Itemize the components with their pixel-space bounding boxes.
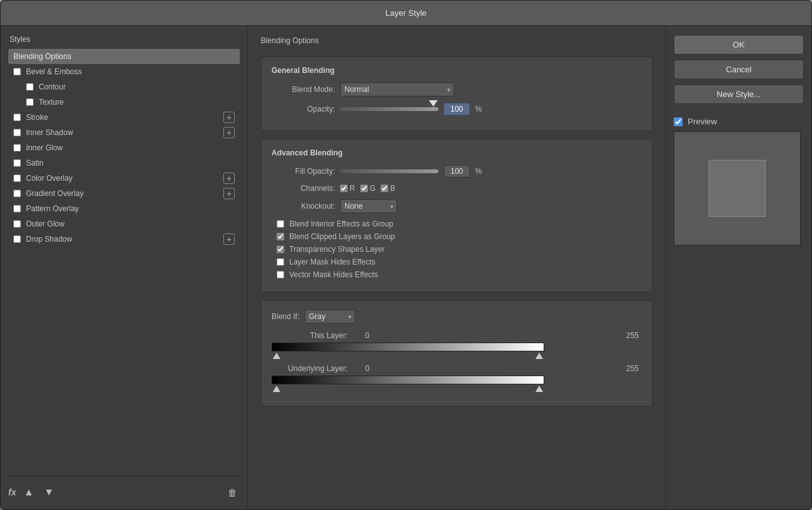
blend-mode-select[interactable]: Normal Dissolve Multiply Screen Overlay … [340, 82, 454, 96]
preview-section: Preview [674, 117, 804, 245]
channel-b-checkbox[interactable] [381, 185, 388, 192]
this-layer-label: This Layer: [272, 331, 348, 340]
bevel-emboss-label: Bevel & Emboss [26, 67, 82, 76]
this-layer-max: 255 [623, 331, 642, 340]
blend-if-row: Blend If: Gray Red Green Blue [272, 310, 642, 324]
gradient-overlay-checkbox[interactable] [13, 190, 21, 197]
channel-g-checkbox[interactable] [360, 185, 368, 192]
main-panel: Blending Options General Blending Blend … [248, 26, 665, 509]
this-layer-left-handle[interactable] [273, 353, 280, 359]
sidebar-item-inner-shadow[interactable]: Inner Shadow + [8, 125, 240, 140]
color-overlay-plus-button[interactable]: + [223, 173, 235, 184]
transparency-shapes-label: Transparency Shapes Layer [289, 245, 384, 254]
contour-checkbox[interactable] [26, 83, 34, 91]
channels-row: Channels: R G B [272, 184, 642, 193]
drop-shadow-label: Drop Shadow [26, 235, 72, 244]
sidebar-item-stroke[interactable]: Stroke + [8, 110, 240, 125]
stroke-plus-button[interactable]: + [223, 112, 235, 123]
color-overlay-checkbox[interactable] [13, 174, 21, 182]
transparency-shapes-row: Transparency Shapes Layer [272, 245, 642, 254]
channel-g: G [360, 184, 376, 193]
sidebar-item-bevel-emboss[interactable]: Bevel & Emboss [8, 64, 240, 79]
pattern-overlay-checkbox[interactable] [13, 205, 21, 213]
drop-shadow-checkbox[interactable] [13, 235, 21, 243]
inner-shadow-checkbox[interactable] [13, 129, 21, 136]
sidebar-item-outer-glow[interactable]: Outer Glow [8, 216, 240, 232]
drop-shadow-plus-button[interactable]: + [223, 233, 235, 245]
opacity-slider[interactable] [340, 107, 438, 111]
underlying-layer-left-handle[interactable] [273, 386, 280, 392]
sidebar-item-blending-options[interactable]: Blending Options [8, 49, 240, 64]
knockout-row: Knockout: None Shallow Deep [272, 199, 642, 213]
transparency-shapes-checkbox[interactable] [277, 245, 284, 253]
blend-if-select-wrapper: Gray Red Green Blue [304, 310, 355, 324]
texture-label: Texture [39, 98, 63, 107]
inner-glow-checkbox[interactable] [13, 144, 21, 152]
fill-opacity-input[interactable] [443, 165, 470, 178]
sidebar-item-texture[interactable]: Texture [8, 95, 240, 110]
fill-opacity-slider[interactable] [340, 169, 438, 173]
general-blending-section: General Blending Blend Mode: Normal Diss… [261, 56, 653, 131]
inner-glow-label: Inner Glow [26, 143, 63, 152]
blend-if-label: Blend If: [272, 312, 299, 321]
preview-checkbox[interactable] [674, 117, 683, 126]
blend-interior-checkbox[interactable] [277, 220, 284, 228]
delete-style-button[interactable]: 🗑 [225, 485, 240, 500]
this-layer-min: 0 [358, 331, 377, 340]
bottom-bar: fx ▲ ▼ 🗑 [8, 476, 240, 500]
underlying-layer-right-handle[interactable] [535, 386, 543, 392]
left-panel: Styles Blending Options Bevel & Emboss C… [1, 26, 248, 509]
channel-b: B [381, 184, 395, 193]
satin-checkbox[interactable] [13, 159, 21, 167]
opacity-input[interactable] [443, 103, 470, 115]
this-layer-right-handle[interactable] [535, 353, 543, 359]
sidebar-item-inner-glow[interactable]: Inner Glow [8, 140, 240, 155]
blend-clipped-checkbox[interactable] [277, 233, 284, 240]
opacity-slider-thumb[interactable] [429, 100, 438, 107]
sidebar-item-gradient-overlay[interactable]: Gradient Overlay + [8, 186, 240, 201]
ok-button[interactable]: OK [674, 35, 804, 55]
sidebar-item-drop-shadow[interactable]: Drop Shadow + [8, 232, 240, 247]
knockout-select[interactable]: None Shallow Deep [340, 199, 397, 213]
gradient-overlay-plus-button[interactable]: + [223, 188, 235, 199]
stroke-checkbox[interactable] [13, 114, 21, 121]
blend-if-select[interactable]: Gray Red Green Blue [304, 310, 355, 324]
sidebar-item-contour[interactable]: Contour [8, 79, 240, 95]
layer-mask-hides-checkbox[interactable] [277, 258, 284, 266]
texture-checkbox[interactable] [26, 98, 34, 106]
preview-inner-rect [709, 160, 766, 217]
blend-interior-row: Blend Interior Effects as Group [272, 219, 642, 228]
channels-label: Channels: [272, 184, 335, 193]
cancel-button[interactable]: Cancel [674, 60, 804, 79]
blend-interior-label: Blend Interior Effects as Group [289, 219, 393, 228]
advanced-blending-title: Advanced Blending [272, 148, 642, 157]
layer-style-dialog: Layer Style Styles Blending Options Beve… [0, 0, 812, 510]
underlying-layer-gradient-bar[interactable] [272, 376, 544, 384]
sidebar-item-pattern-overlay[interactable]: Pattern Overlay [8, 201, 240, 216]
opacity-percent: % [475, 105, 482, 114]
inner-shadow-label: Inner Shadow [26, 128, 73, 137]
sidebar-item-satin[interactable]: Satin [8, 155, 240, 171]
channel-r-checkbox[interactable] [340, 185, 348, 192]
satin-label: Satin [26, 159, 43, 167]
underlying-min: 0 [358, 364, 377, 373]
this-layer-row: This Layer: 0 255 [272, 331, 642, 340]
underlying-layer-handles [272, 386, 544, 392]
sidebar-item-color-overlay[interactable]: Color Overlay + [8, 171, 240, 186]
underlying-max: 255 [623, 364, 642, 373]
inner-shadow-plus-button[interactable]: + [223, 127, 235, 138]
blending-options-label: Blending Options [13, 52, 71, 61]
contour-label: Contour [39, 82, 66, 91]
move-up-button[interactable]: ▲ [21, 484, 36, 500]
blend-mode-select-wrapper: Normal Dissolve Multiply Screen Overlay … [340, 82, 454, 96]
this-layer-gradient-bar[interactable] [272, 343, 544, 351]
blending-options-section-label: Blending Options [261, 36, 653, 45]
move-down-button[interactable]: ▼ [41, 484, 56, 500]
outer-glow-checkbox[interactable] [13, 220, 21, 228]
blend-clipped-row: Blend Clipped Layers as Group [272, 232, 642, 241]
preview-canvas [674, 131, 801, 245]
new-style-button[interactable]: New Style... [674, 84, 804, 104]
bevel-emboss-checkbox[interactable] [13, 68, 21, 75]
blend-clipped-label: Blend Clipped Layers as Group [289, 232, 395, 241]
vector-mask-hides-checkbox[interactable] [277, 271, 284, 278]
